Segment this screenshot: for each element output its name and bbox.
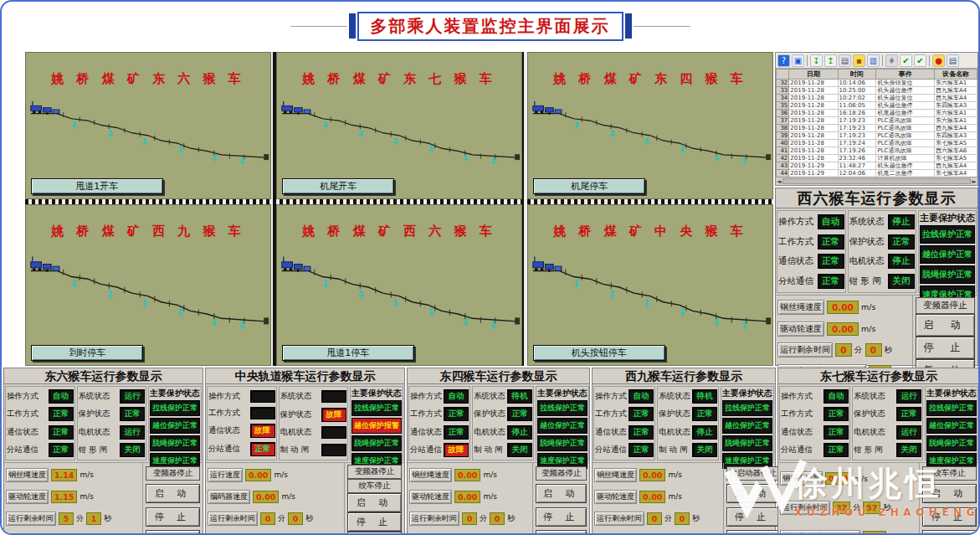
log-row[interactable]: 362019-11-2816:18:26机尾越位急停东六猴车A1 [777,110,977,117]
log-row-number: 35 [777,102,789,110]
start-button[interactable]: 启 动 [146,484,200,503]
track-control-button[interactable]: 甩道1停车 [282,345,414,361]
reset-button[interactable]: 复 位 [347,532,402,535]
status-value: 正常 [629,443,654,457]
start-button[interactable]: 启 动 [922,484,977,503]
export-icon[interactable]: ↥ [824,54,837,67]
readout-row: 运行剩余时间0分0秒 [594,512,721,526]
stop-button[interactable]: 停 止 [916,337,975,359]
track-control-button[interactable]: 机尾停车 [533,178,645,194]
start-button[interactable]: 启 动 [536,484,587,503]
scroll-left-arrow-icon[interactable]: ◄ [777,178,781,185]
status-section: 操作方式自动工作方式正常通信状态正常分站通信故障系统状态待机保护状态正常电机状态… [408,384,589,463]
event-log-hscrollbar[interactable]: ◄ ► [776,177,977,185]
readout-value: 57 [863,502,880,514]
stop-button[interactable]: 停 止 [146,507,200,527]
stop-button[interactable]: 停 止 [536,507,587,527]
start-button[interactable]: 启 动 [347,493,402,512]
protection-column: 主要保护状态拉线保护正常越位保护正常脱绳保护正常速度保护正常 [918,210,977,293]
protection-status-box: 越位保护正常 [926,418,977,434]
page-titlebar: 多部乘人装置监控主界面展示 [2,12,978,40]
log-row[interactable]: 352019-11-2811:06:05机头越位急停东四猴车A3 [777,102,977,110]
readout-label: 运行剩余时间 [409,512,459,526]
log-row[interactable]: 422019-11-2823:32:46计算机故障东七猴车A5 [777,155,977,162]
readout-value: 0.00 [827,301,859,314]
status-label: 工作方式 [778,236,813,248]
status-value: -- [321,426,346,439]
log-cell: 机头越位急停 [876,87,934,95]
toolbar-separator [929,55,930,66]
log-row[interactable]: 432019-11-2911:48:27机头越位急停西九猴车A4 [777,162,977,170]
track-control-button[interactable]: 到时停车 [31,345,143,361]
readout-value: 1.15 [51,491,77,503]
copy-icon[interactable]: ▤ [839,54,851,67]
protection-status-box: 脱绳保护正常 [722,435,772,451]
log-cell: 东七猴车A5 [934,155,977,162]
readout-label: 运行剩余时间 [777,342,833,358]
start-button[interactable]: 启 动 [916,314,975,337]
button-column: 绞车停止启 动停 止复 位 [919,463,979,535]
log-row[interactable]: 322019-11-2810:14:06机头按钮复位东六猴车A1 [777,80,977,87]
report2-icon[interactable]: ✔ [914,54,926,67]
protection-title: 主要保护状态 [150,388,200,399]
protection-title: 主要保护状态 [926,388,977,399]
status-label: 电机状态 [280,427,312,438]
status-column: 操作方式--工作方式--通信状态故障分站通信正常 [207,386,277,460]
reset-button[interactable]: 复 位 [726,530,779,535]
reset-button[interactable]: 复 位 [536,530,587,535]
scroll-thumb[interactable] [782,178,970,184]
start-button[interactable]: 启 动 [726,484,779,503]
log-row[interactable]: 382019-11-2817:19:23PLC通讯故障西九猴车A4 [777,125,977,132]
chart-icon[interactable]: ▥ [867,54,880,67]
readout-label: 编码器速度 [208,490,250,504]
status-label: 操作方式 [595,391,627,402]
log-row[interactable]: 332019-11-2810:25:00机头越位急停西九猴车A4 [777,87,977,95]
stop-button[interactable]: 停 止 [347,512,402,532]
readout-unit: m/s [861,324,875,333]
log-row[interactable]: 402019-11-2817:19:24PLC通讯故障东七猴车A5 [777,140,977,147]
monkey-car-train-icon [282,101,310,115]
reset-button[interactable]: 复 位 [922,530,977,535]
track-control-button[interactable]: 机头按钮停车 [533,345,665,361]
readout-value: 1.14 [51,469,77,481]
param-panel-1: 东六猴车运行参数显示操作方式自动工作方式正常通信状态正常分站通信正常系统状态运行… [3,368,203,535]
log-row[interactable]: 342019-11-2810:27:02机头越位复位西九猴车A4 [777,95,977,102]
stop-mode-label: 变频器停止 [536,466,587,481]
track-control-button[interactable]: 机尾开车 [282,178,394,194]
readout-unit: 秒 [507,513,515,524]
track-diagram [528,81,772,178]
readout-section: 运行速度0.00m/s编码器速度0.00m/s运行剩余时间0分0秒此次启动后运行… [206,463,404,535]
status-value: 正常 [444,425,469,440]
status-row: 操作方式自动 [778,214,844,229]
monitor-icon[interactable]: ▣ [792,54,804,67]
import-icon[interactable]: ↧ [810,54,823,67]
lock-icon[interactable]: ▪ [853,54,865,67]
readout-unit: m/s [281,492,295,501]
title-decor-line-left [290,26,347,27]
stop-mode-label: 软启动器停止 [726,466,779,481]
readout-unit: m/s [854,475,868,483]
status-row: 工作方式正常 [410,407,469,421]
scroll-right-arrow-icon[interactable]: ► [972,178,977,185]
log-row[interactable]: 392019-11-2817:19:23PLC通讯故障东四猴车A3 [777,132,977,140]
log-row[interactable]: 372019-11-2817:19:23PLC通讯故障东六猴车A1 [777,117,977,125]
help-icon[interactable]: ? [777,54,790,67]
readout-unit: m/s [668,492,682,501]
hand-icon[interactable]: ♦ [885,54,898,67]
status-value: 自动 [444,389,469,404]
log-row[interactable]: 412019-11-2817:19:26PLC通讯故障西六猴车A6 [777,147,977,155]
protection-title: 主要保护状态 [722,388,772,399]
track-control-button[interactable]: 甩道1开车 [31,178,163,194]
stop-button[interactable]: 停 止 [726,507,779,527]
clipboard-icon[interactable]: ▤ [947,54,959,67]
status-row: 分站通信正常 [7,443,74,457]
status-label: 系统状态 [854,391,885,402]
stop-button[interactable]: 停 止 [922,507,977,527]
log-row[interactable]: 442019-11-2912:04:06机尾二次急停东七猴车A4 [777,170,977,177]
status-value: 关闭 [692,443,717,457]
estop-icon[interactable]: ● [932,54,945,67]
readout-value: 0.00 [454,469,480,481]
reset-button[interactable]: 复 位 [146,530,200,535]
readout-unit: 秒 [885,345,893,356]
report-icon[interactable]: ✔ [900,54,912,67]
